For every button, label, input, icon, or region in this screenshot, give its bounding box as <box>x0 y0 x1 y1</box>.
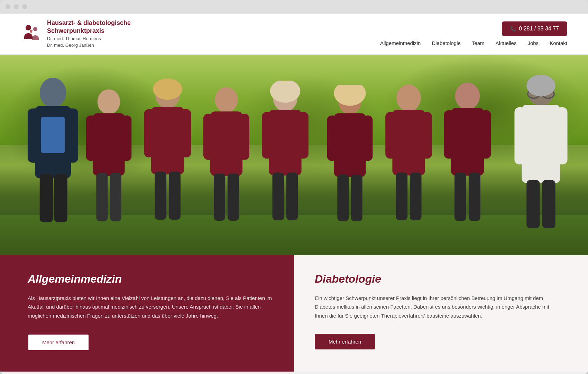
svg-rect-58 <box>522 105 560 183</box>
svg-rect-50 <box>444 110 454 159</box>
svg-rect-20 <box>169 172 181 220</box>
svg-rect-6 <box>40 174 53 222</box>
card-diabetologie-text: Ein wichtiger Schwerpunkt unserer Praxis… <box>315 294 560 320</box>
svg-rect-29 <box>269 110 301 175</box>
svg-point-21 <box>153 79 182 100</box>
svg-rect-53 <box>469 173 480 221</box>
svg-rect-43 <box>392 110 425 175</box>
svg-rect-19 <box>155 172 166 220</box>
browser-chrome <box>0 0 588 13</box>
card-allgemein-title: Allgemeinmedizin <box>28 273 273 285</box>
svg-rect-47 <box>410 173 422 220</box>
nav-team[interactable]: Team <box>472 40 485 46</box>
svg-rect-33 <box>286 173 298 220</box>
svg-rect-62 <box>542 180 555 228</box>
nav-allgemeinmedizin[interactable]: Allgemeinmedizin <box>380 40 421 46</box>
svg-rect-4 <box>28 108 40 163</box>
svg-rect-31 <box>298 112 309 159</box>
person-woman4 <box>253 81 318 255</box>
card-diabetologie: Diabetologie Ein wichtiger Schwerpunkt u… <box>294 255 588 372</box>
svg-point-9 <box>98 89 120 114</box>
traffic-light-close[interactable] <box>6 4 10 9</box>
svg-rect-27 <box>228 174 239 221</box>
svg-rect-49 <box>451 108 484 176</box>
website: Hausarzt- & diabetologische Schwerpunktp… <box>0 13 588 372</box>
svg-rect-37 <box>327 116 338 161</box>
header: Hausarzt- & diabetologische Schwerpunktp… <box>0 13 588 55</box>
svg-rect-24 <box>203 114 214 160</box>
svg-rect-23 <box>210 111 242 176</box>
card-allgemeinmedizin: Allgemeinmedizin Als Hausarztpraxis biet… <box>0 255 294 372</box>
logo-title: Hausarzt- & diabetologische Schwerpunktp… <box>47 19 131 35</box>
phone-button[interactable]: 📞 0 281 / 95 34 77 <box>502 21 567 36</box>
svg-rect-30 <box>262 112 272 159</box>
logo-text: Hausarzt- & diabetologische Schwerpunktp… <box>47 19 131 49</box>
svg-rect-59 <box>514 107 525 164</box>
person-woman5 <box>318 85 382 255</box>
svg-rect-44 <box>385 112 396 159</box>
svg-rect-51 <box>480 110 491 159</box>
person-woman3 <box>194 83 259 255</box>
browser-window: Hausarzt- & diabetologische Schwerpunktp… <box>0 0 588 374</box>
logo-icon <box>21 24 42 44</box>
header-right: 📞 0 281 / 95 34 77 Allgemeinmedizin Diab… <box>380 21 567 46</box>
person-woman2 <box>135 79 200 255</box>
svg-rect-52 <box>454 173 466 221</box>
nav-kontakt[interactable]: Kontakt <box>550 40 567 46</box>
svg-rect-38 <box>362 116 373 161</box>
svg-rect-13 <box>96 173 108 221</box>
phone-icon: 📞 <box>510 26 516 31</box>
person-right-doctor <box>506 75 576 255</box>
card-allgemein-button[interactable]: Mehr erfahren <box>28 334 89 351</box>
svg-rect-39 <box>337 174 349 221</box>
svg-rect-10 <box>93 113 125 176</box>
card-diabetologie-button[interactable]: Mehr erfahren <box>315 334 375 349</box>
logo-subtitle: Dr. med. Thomas Hermens Dr. med. Georg J… <box>47 35 131 49</box>
svg-rect-14 <box>110 173 121 221</box>
svg-rect-40 <box>351 174 362 221</box>
card-allgemein-text: Als Hausarztpraxis bieten wir Ihnen eine… <box>28 294 273 320</box>
svg-rect-18 <box>181 109 191 158</box>
svg-point-2 <box>40 77 66 108</box>
svg-rect-46 <box>396 173 407 220</box>
person-woman7 <box>435 79 500 255</box>
svg-rect-36 <box>334 113 366 177</box>
nav-jobs[interactable]: Jobs <box>527 40 539 46</box>
svg-rect-7 <box>54 174 67 222</box>
person-woman6 <box>376 81 441 255</box>
svg-point-48 <box>455 83 480 110</box>
svg-rect-11 <box>86 116 97 161</box>
person-woman1 <box>76 85 141 255</box>
svg-rect-12 <box>121 116 132 161</box>
svg-rect-32 <box>272 173 284 220</box>
svg-rect-26 <box>214 174 225 221</box>
main-nav: Allgemeinmedizin Diabetologie Team Aktue… <box>380 40 567 46</box>
phone-number: 0 281 / 95 34 77 <box>519 26 559 32</box>
svg-rect-16 <box>151 107 184 175</box>
nav-aktuelles[interactable]: Aktuelles <box>496 40 517 46</box>
svg-point-0 <box>26 25 31 30</box>
svg-point-63 <box>526 75 555 97</box>
svg-point-1 <box>33 27 37 31</box>
svg-rect-25 <box>239 114 249 160</box>
logo-area: Hausarzt- & diabetologische Schwerpunktp… <box>21 19 131 49</box>
nav-diabetologie[interactable]: Diabetologie <box>432 40 460 46</box>
hero-section <box>0 55 588 255</box>
traffic-light-minimize[interactable] <box>14 4 19 9</box>
svg-point-42 <box>396 85 421 111</box>
svg-rect-61 <box>526 180 540 228</box>
svg-rect-60 <box>557 107 567 164</box>
svg-rect-17 <box>144 109 155 158</box>
svg-rect-45 <box>422 112 432 159</box>
svg-point-22 <box>215 87 238 112</box>
hero-photo <box>0 55 588 255</box>
svg-rect-8 <box>41 117 65 153</box>
cards-section: Allgemeinmedizin Als Hausarztpraxis biet… <box>0 255 588 372</box>
card-diabetologie-title: Diabetologie <box>315 273 560 285</box>
traffic-light-maximize[interactable] <box>22 4 27 9</box>
